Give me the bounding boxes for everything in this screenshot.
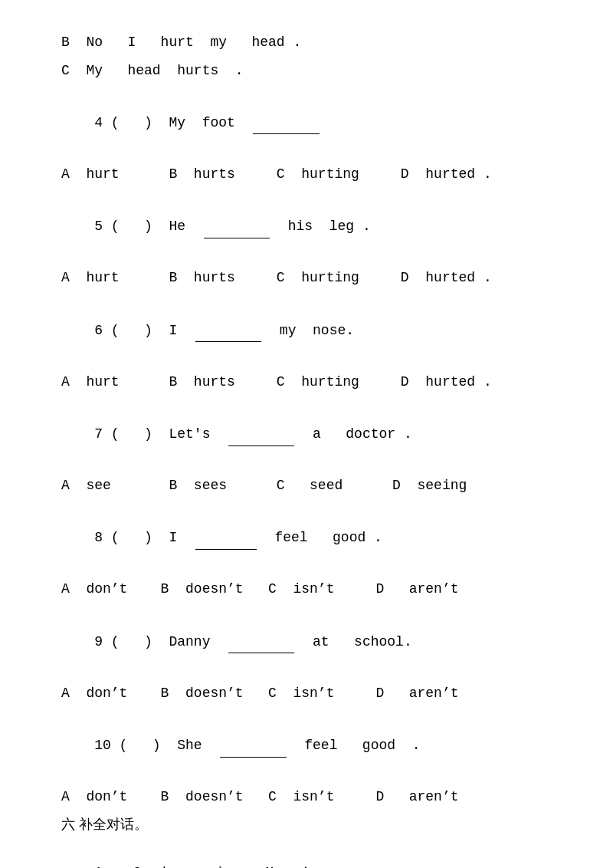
page-content: B No I hurt my head . C My head hurts . … [61, 31, 567, 868]
line-q6: 6 ( ) I my nose. [61, 294, 567, 366]
blank-q7[interactable] [228, 422, 294, 446]
line-q10: 10 ( ) She feel good . [61, 709, 567, 781]
line-a7: A see B sees C seed D seeing [61, 474, 567, 498]
line-a4: A hurt B hurts C hurting D hurted . [61, 163, 567, 186]
line-a6: A hurt B hurts C hurting D hurted . [61, 370, 567, 394]
blank-q6[interactable] [195, 318, 261, 343]
blank-q10[interactable] [220, 733, 286, 758]
line-a9: A don’t B doesn’t C isn’t D aren’t [61, 682, 567, 705]
line-a8: A don’t B doesn’t C isn’t D aren’t [61, 577, 567, 601]
section6-title: 六 补全对话。 [61, 815, 567, 833]
dialog-a1: A： Good morning ,Mum ！ [61, 838, 567, 868]
blank-q9[interactable] [228, 630, 294, 654]
blank-q4[interactable] [253, 110, 319, 135]
line-a10: A don’t B doesn’t C isn’t D aren’t [61, 785, 567, 809]
line-b1: B No I hurt my head . [61, 31, 567, 54]
line-q9: 9 ( ) Danny at school. [61, 606, 567, 677]
blank-q8[interactable] [195, 525, 257, 550]
blank-q5[interactable] [204, 214, 270, 238]
line-q7: 7 ( ) Let's a doctor . [61, 398, 567, 469]
line-q4: 4 ( ) My foot [61, 87, 567, 158]
line-q5: 5 ( ) He his leg . [61, 191, 567, 262]
line-a5: A hurt B hurts C hurting D hurted . [61, 266, 567, 290]
line-q8: 8 ( ) I feel good . [61, 502, 567, 574]
line-c1: C My head hurts . [61, 59, 567, 83]
